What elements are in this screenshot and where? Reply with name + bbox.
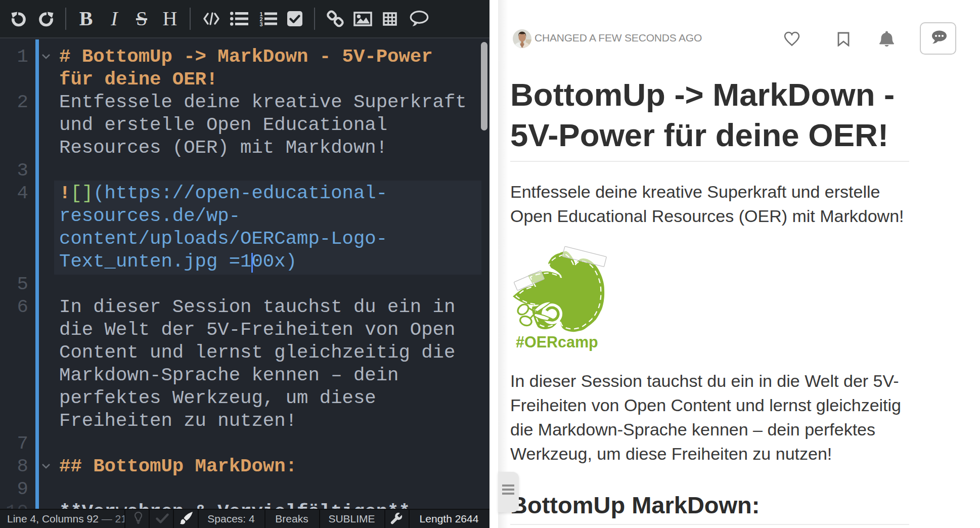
svg-text:3: 3 bbox=[260, 21, 263, 27]
